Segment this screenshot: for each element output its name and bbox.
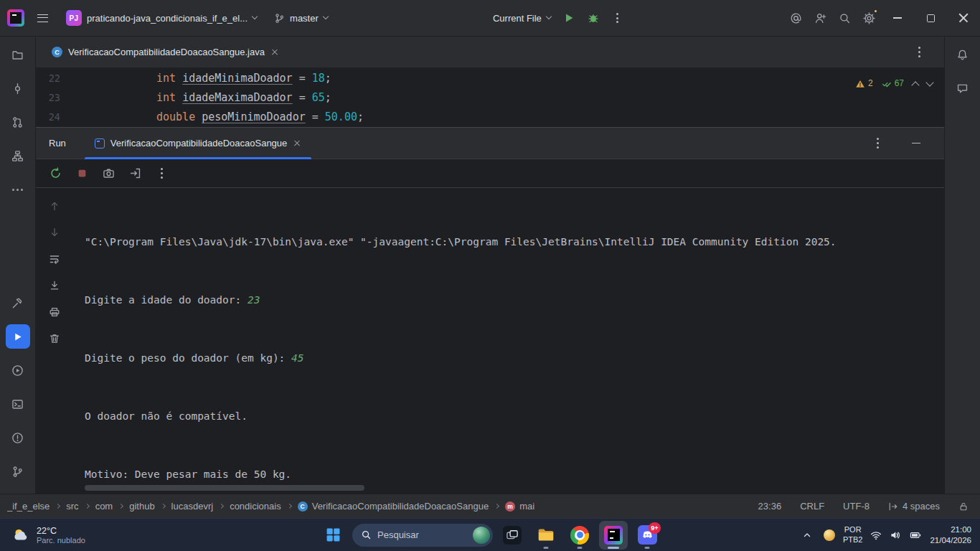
pull-requests-tool-button[interactable] bbox=[6, 110, 30, 134]
maximize-button[interactable] bbox=[914, 0, 947, 36]
console-more-options-button[interactable] bbox=[152, 164, 171, 183]
build-tool-button[interactable] bbox=[6, 291, 30, 315]
horizontal-scrollbar-thumb[interactable] bbox=[85, 485, 364, 491]
prev-occurrence-button[interactable] bbox=[45, 197, 64, 215]
breadcrumb-item[interactable]: _if_e_else bbox=[7, 501, 50, 512]
breadcrumb-item[interactable]: m mai bbox=[505, 501, 534, 512]
clear-console-button[interactable] bbox=[45, 329, 64, 348]
weather-widget[interactable]: 22°C Parc. nublado bbox=[0, 519, 97, 551]
encoding-widget[interactable]: UTF-8 bbox=[843, 501, 870, 512]
git-branch-selector[interactable]: master bbox=[268, 6, 334, 30]
run-tab-close-icon[interactable] bbox=[293, 139, 301, 148]
ok-indicator[interactable]: 67 bbox=[882, 74, 904, 93]
previous-highlight-icon[interactable] bbox=[911, 81, 919, 89]
chevron-up-icon bbox=[802, 530, 812, 540]
breadcrumb-item[interactable]: github bbox=[129, 501, 154, 512]
code-with-me-button[interactable] bbox=[808, 6, 832, 30]
warnings-indicator[interactable]: 2 bbox=[855, 74, 873, 93]
editor-tab[interactable]: C VerificacaoCompatibilidadeDoacaoSangue… bbox=[43, 37, 288, 67]
print-button[interactable] bbox=[45, 303, 64, 321]
chevron-down-icon bbox=[546, 14, 552, 19]
structure-tool-button[interactable] bbox=[6, 143, 30, 168]
run-config-selector[interactable]: Current File bbox=[487, 6, 557, 30]
discord-icon: 9+ bbox=[638, 525, 657, 545]
line-number[interactable]: 23 bbox=[36, 88, 60, 108]
soft-wrap-button[interactable] bbox=[45, 250, 64, 268]
number-token: 50.00 bbox=[325, 110, 357, 123]
battery-icon[interactable] bbox=[909, 529, 922, 541]
inspections-widget[interactable]: 2 67 bbox=[855, 74, 933, 93]
variable-token: idadeMaximaDoador bbox=[182, 91, 293, 104]
problems-tool-button[interactable] bbox=[6, 425, 30, 450]
discord-button[interactable]: 9+ bbox=[633, 521, 661, 550]
ai-chat-button[interactable] bbox=[951, 76, 975, 100]
clock-widget[interactable]: 21:00 21/04/2026 bbox=[930, 524, 971, 546]
commit-tool-button[interactable] bbox=[6, 76, 30, 100]
next-occurrence-button[interactable] bbox=[45, 223, 64, 242]
breadcrumb-item[interactable]: com bbox=[95, 501, 113, 512]
run-panel-options-button[interactable] bbox=[865, 131, 890, 156]
scroll-to-end-button[interactable] bbox=[45, 276, 64, 295]
at-icon bbox=[790, 12, 802, 24]
stop-button[interactable] bbox=[72, 164, 91, 183]
console-output[interactable]: "C:\Program Files\Java\jdk-17\bin\java.e… bbox=[73, 188, 944, 494]
chevron-down-icon bbox=[252, 14, 258, 19]
start-button[interactable] bbox=[319, 521, 347, 550]
tab-options-button[interactable] bbox=[907, 40, 931, 65]
services-tool-button[interactable] bbox=[6, 358, 30, 382]
minimize-button[interactable] bbox=[881, 0, 914, 36]
language-indicator[interactable]: POR PTB2 bbox=[843, 525, 863, 545]
hidden-icons-button[interactable] bbox=[798, 524, 816, 547]
breadcrumb-item[interactable]: lucasdevrj bbox=[171, 501, 214, 512]
chevron-right-icon bbox=[219, 504, 224, 509]
semicolon-token: ; bbox=[325, 91, 331, 104]
settings-button[interactable] bbox=[857, 6, 881, 30]
wifi-icon[interactable] bbox=[870, 529, 882, 541]
project-selector[interactable]: PJ praticando-java_condicionais_if_e_el.… bbox=[60, 6, 263, 30]
line-number[interactable]: 22 bbox=[36, 69, 60, 88]
main-menu-button[interactable] bbox=[30, 6, 55, 30]
detach-console-button[interactable] bbox=[126, 164, 144, 183]
at-mention-button[interactable] bbox=[783, 6, 808, 30]
search-input[interactable] bbox=[377, 529, 467, 540]
indent-widget[interactable]: 4 spaces bbox=[888, 501, 940, 512]
breadcrumb-item[interactable]: C VerificacaoCompatibilidadeDoacaoSangue bbox=[298, 501, 489, 512]
breadcrumb-item[interactable]: condicionais bbox=[230, 501, 281, 512]
line-number[interactable]: 24 bbox=[36, 108, 60, 127]
more-tool-windows-button[interactable] bbox=[6, 177, 30, 202]
close-button[interactable] bbox=[947, 0, 980, 36]
code-editor[interactable]: 22 int idadeMinimaDoador = 18; 23 int id… bbox=[36, 68, 944, 127]
rerun-button[interactable] bbox=[46, 164, 65, 183]
breadcrumb-item[interactable]: src bbox=[66, 501, 78, 512]
tray-app-icon[interactable] bbox=[824, 529, 835, 541]
cursor-position-widget[interactable]: 23:36 bbox=[758, 501, 782, 512]
run-tab[interactable]: VerificacaoCompatibilidadeDoacaoSangue bbox=[85, 128, 311, 159]
line-separator-widget[interactable]: CRLF bbox=[800, 501, 824, 512]
next-highlight-icon[interactable] bbox=[925, 78, 933, 86]
search-everywhere-button[interactable] bbox=[832, 6, 857, 30]
notifications-button[interactable] bbox=[951, 42, 975, 67]
chrome-button[interactable] bbox=[565, 521, 594, 550]
run-button[interactable] bbox=[557, 6, 581, 30]
console-text: Digite a idade do doador: bbox=[85, 294, 248, 306]
readonly-toggle[interactable] bbox=[958, 501, 969, 512]
search-daily-image[interactable] bbox=[473, 527, 490, 544]
run-tool-button[interactable] bbox=[6, 324, 30, 349]
terminal-tool-button[interactable] bbox=[6, 392, 30, 416]
task-view-button[interactable] bbox=[498, 521, 527, 550]
project-tool-button[interactable] bbox=[6, 42, 30, 67]
taskbar-search[interactable] bbox=[352, 524, 493, 547]
file-explorer-button[interactable] bbox=[532, 521, 560, 550]
running-indicator bbox=[645, 547, 650, 549]
run-panel-hide-button[interactable] bbox=[904, 131, 928, 156]
console-area: "C:\Program Files\Java\jdk-17\bin\java.e… bbox=[36, 188, 944, 494]
git-tool-button[interactable] bbox=[6, 459, 30, 484]
tab-close-icon[interactable] bbox=[270, 48, 279, 57]
thread-dump-button[interactable] bbox=[99, 164, 118, 183]
volume-icon[interactable] bbox=[890, 529, 901, 541]
debug-button[interactable] bbox=[581, 6, 606, 30]
intellij-taskbar-button[interactable] bbox=[599, 521, 628, 550]
console-line: "C:\Program Files\Java\jdk-17\bin\java.e… bbox=[85, 232, 944, 252]
chat-bubble-icon bbox=[956, 83, 969, 95]
more-run-options-button[interactable] bbox=[606, 6, 630, 30]
